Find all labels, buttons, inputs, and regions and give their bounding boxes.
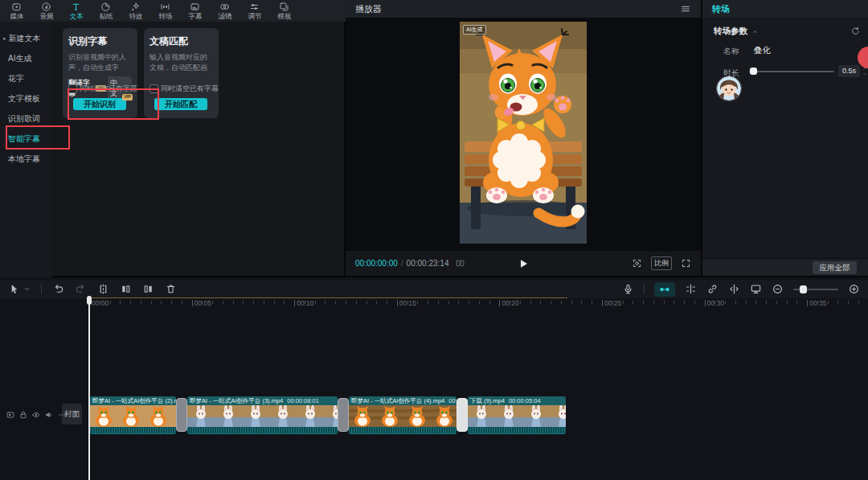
tab-transition[interactable]: 转场: [150, 0, 180, 22]
top-tabs-bar: 媒体音频文本贴纸特效转场字幕滤镜调节模板: [0, 0, 346, 22]
tab-label: 调节: [248, 13, 261, 20]
script-match-card: 文稿匹配 输入音视频对应的文稿，自动匹配画面。 同时清空已有字幕 开始匹配: [144, 28, 219, 118]
clip-thumbnails: [90, 405, 176, 427]
ai-generated-badge: AI生成: [463, 25, 486, 35]
transition-marker-2[interactable]: [338, 398, 349, 432]
sidebar-item-3[interactable]: 花字: [0, 68, 51, 88]
global-preview-icon[interactable]: [750, 283, 762, 295]
start-match-button[interactable]: 开始匹配: [154, 98, 207, 110]
tab-audio[interactable]: 音频: [31, 0, 61, 22]
clip-thumbnails: [187, 405, 338, 427]
sidebar-item-4[interactable]: 文字模板: [0, 88, 51, 109]
video-frame[interactable]: AI生成: [460, 22, 587, 244]
chevron-down-icon[interactable]: [23, 285, 31, 293]
playhead-line[interactable]: [88, 296, 90, 480]
tab-adjust[interactable]: 调节: [240, 0, 269, 22]
sidebar-item-6[interactable]: 智能字幕: [0, 129, 51, 149]
timeline-zoom-handle[interactable]: [800, 285, 807, 293]
thumbnail: [522, 405, 550, 427]
zoom-out-icon[interactable]: [772, 283, 784, 295]
text-sidebar: ▸新建文本AI生成花字文字模板识别歌词智能字幕本地字幕: [0, 22, 51, 282]
visibility-icon[interactable]: [31, 410, 41, 420]
playback-quality-icon[interactable]: [455, 258, 465, 269]
timeline-zoom-slider[interactable]: [793, 289, 838, 290]
menu-icon[interactable]: [680, 3, 691, 14]
timeline-clip-1[interactable]: 即梦AI - 一站式AI创作平台 (2).mp4: [90, 396, 176, 434]
ruler-label: 00:30: [707, 299, 724, 307]
play-icon[interactable]: [517, 257, 530, 270]
tab-effects[interactable]: 特效: [121, 0, 150, 22]
assistant-avatar[interactable]: [717, 76, 741, 101]
adapt-preview-icon[interactable]: [632, 258, 642, 269]
start-recognize-button[interactable]: 开始识别 VIP: [73, 98, 126, 110]
tab-text[interactable]: 文本: [61, 0, 91, 22]
tab-filter[interactable]: 滤镜: [210, 0, 240, 22]
sticker-icon: [100, 2, 111, 12]
cursor-icon[interactable]: [8, 283, 20, 295]
thumbnail: [495, 405, 522, 427]
tab-template[interactable]: 模板: [269, 0, 299, 22]
player-canvas[interactable]: AI生成: [346, 18, 701, 251]
sidebar-item-label: 智能字幕: [8, 133, 40, 145]
sidebar-item-1[interactable]: ▸新建文本: [0, 28, 51, 48]
thumbnail: [431, 405, 457, 427]
split-icon[interactable]: [97, 283, 109, 295]
transition-marker-3[interactable]: [457, 398, 468, 432]
track-frame-icon[interactable]: [6, 410, 15, 420]
lock-icon[interactable]: [18, 410, 28, 420]
trim-left-icon[interactable]: [120, 283, 132, 295]
apply-all-button[interactable]: 应用全部: [813, 261, 857, 274]
player-controls-right: 比例: [632, 256, 691, 270]
main-track-magnet-icon[interactable]: [654, 282, 675, 297]
clip-audio-waveform: [468, 427, 566, 434]
sidebar-item-7[interactable]: 本地字幕: [0, 149, 51, 169]
preview-axis-icon[interactable]: [728, 283, 740, 295]
stepper-down-icon[interactable]: [862, 72, 868, 76]
duration-slider-track[interactable]: [749, 71, 834, 72]
linkage-icon[interactable]: [706, 283, 719, 295]
player-header: 播放器: [346, 0, 701, 18]
tab-media[interactable]: 媒体: [2, 0, 31, 22]
clear-existing-checkbox[interactable]: [149, 84, 158, 93]
timeline-ruler[interactable]: 00:0000:0500:1000:1500:2000:2500:3000:35: [0, 298, 868, 310]
toolbar-right-group: [622, 282, 860, 297]
tab-caption[interactable]: 字幕: [180, 0, 210, 22]
more-icon[interactable]: [57, 410, 67, 420]
tab-sticker[interactable]: 贴纸: [91, 0, 121, 22]
chevron-up-icon: [751, 28, 759, 35]
text-icon: [71, 2, 81, 12]
tab-label: 转场: [158, 13, 172, 20]
duration-value[interactable]: 0.5s: [838, 65, 860, 77]
thumbnail: [403, 405, 431, 427]
tab-label: 文本: [69, 13, 83, 20]
auto-snap-icon[interactable]: [685, 283, 697, 295]
clear-existing-checkbox[interactable]: [68, 84, 77, 93]
timeline-clip-3[interactable]: 即梦AI - 一站式AI创作平台 (4).mp400:00:0: [349, 396, 457, 434]
playhead-handle[interactable]: [87, 296, 92, 305]
clip-label: 即梦AI - 一站式AI创作平台 (2).mp4: [90, 396, 176, 405]
trash-icon[interactable]: [165, 283, 177, 295]
clip-thumbnails: [349, 405, 457, 427]
sidebar-item-5[interactable]: 识别歌词: [0, 109, 51, 129]
vip-badge: VIP: [122, 94, 133, 101]
transition-params-section[interactable]: 转场参数: [714, 26, 759, 37]
fullscreen-icon[interactable]: [681, 258, 691, 269]
microphone-icon[interactable]: [622, 283, 634, 295]
sidebar-item-2[interactable]: AI生成: [0, 48, 51, 68]
time-separator: /: [401, 259, 403, 268]
timeline-clip-2[interactable]: 即梦AI - 一站式AI创作平台 (3).mp400:00:08:01: [187, 396, 338, 434]
ruler-label: 00:20: [502, 299, 518, 307]
transition-marker-1[interactable]: [176, 398, 187, 432]
zoom-in-icon[interactable]: [848, 283, 860, 295]
duration-slider-handle[interactable]: [750, 68, 757, 75]
thumbnail: [376, 405, 403, 427]
ratio-button[interactable]: 比例: [651, 256, 672, 270]
undo-icon[interactable]: [52, 283, 64, 295]
timeline-clip-4[interactable]: 下载 (9).mp400:00:05:04: [468, 396, 566, 434]
tab-label: 字幕: [188, 13, 202, 20]
trim-right-icon[interactable]: [142, 283, 154, 295]
ruler-label: 00:00: [92, 299, 108, 307]
mute-icon[interactable]: [44, 410, 54, 420]
timeline-toolbar: [0, 280, 868, 298]
reset-icon[interactable]: [850, 26, 861, 36]
